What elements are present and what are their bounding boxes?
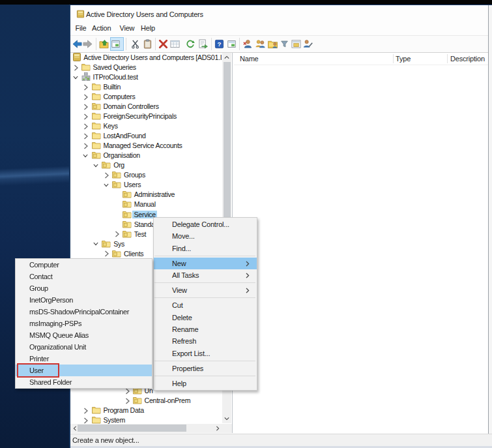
svg-text:?: ? — [217, 40, 221, 48]
